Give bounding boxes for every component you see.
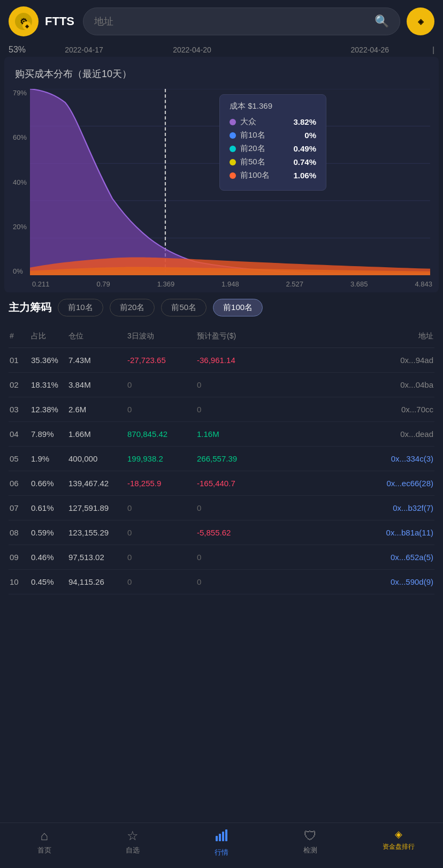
tooltip-row-2: 前10名 0% (230, 130, 316, 140)
app-logo[interactable]: ⚙ ◈ (9, 6, 39, 36)
top-percent-label: 53% (9, 45, 26, 55)
table-row[interactable]: 10 0.45% 94,115.26 0 0 0x...590d(9) (9, 570, 434, 594)
tooltip-row-1: 大众 3.82% (230, 117, 316, 127)
row-01-pos: 7.43M (67, 356, 126, 365)
table-row[interactable]: 02 18.31% 3.84M 0 0 0x...04ba (9, 373, 434, 397)
table-row[interactable]: 07 0.61% 127,591.89 0 0 0x...b32f(7) (9, 496, 434, 520)
nav-detect[interactable]: 🛡 检测 (289, 828, 332, 857)
nav-watchlist-label: 自选 (126, 846, 140, 855)
row-01-addr[interactable]: 0x...94ad (265, 356, 434, 365)
row-08-addr[interactable]: 0x...b81a(11) (265, 528, 434, 537)
search-bar[interactable]: 🔍 (83, 7, 400, 35)
row-06-addr[interactable]: 0x...ec66(28) (265, 479, 434, 488)
date-2: 2022-04-20 (173, 46, 211, 54)
tooltip-dot-2 (230, 132, 236, 139)
row-10-addr[interactable]: 0x...590d(9) (265, 577, 434, 586)
row-02-addr[interactable]: 0x...04ba (265, 380, 434, 389)
tooltip-label-1: 大众 (240, 117, 280, 127)
tooltip-dot-4 (230, 159, 236, 165)
y-label-20: 20% (13, 223, 27, 231)
row-01-pnl: -36,961.14 (196, 356, 265, 365)
main-force-section: 主力筹码 前10名 前20名 前50名 前100名 # 占比 仓位 3日波动 预… (0, 292, 443, 601)
th-wave: 3日波动 (126, 329, 196, 343)
tooltip-value-3: 0.49% (284, 144, 316, 153)
row-09-addr[interactable]: 0x...652a(5) (265, 553, 434, 562)
row-09-pnl: 0 (196, 553, 265, 562)
svg-rect-13 (216, 836, 218, 841)
filter-btn-20[interactable]: 前20名 (110, 299, 155, 316)
row-08-pos: 123,155.29 (67, 528, 126, 537)
row-10-ratio: 0.45% (30, 577, 67, 586)
app-header: ⚙ ◈ FTTS 🔍 ◈ (0, 0, 443, 43)
svg-text:◈: ◈ (25, 24, 29, 29)
shield-icon: 🛡 (304, 828, 317, 843)
row-05-pnl: 266,557.39 (196, 454, 265, 463)
chart-date-row: 53% 2022-04-17 2022-04-20 2022-04-26 | (0, 43, 443, 57)
nav-market[interactable]: 行情 (200, 828, 243, 857)
row-09-num: 09 (9, 553, 30, 562)
filter-btn-10[interactable]: 前10名 (58, 299, 103, 316)
nav-fund-rank[interactable]: ◈ 资金盘排行 (377, 828, 420, 857)
table-row[interactable]: 03 12.38% 2.6M 0 0 0x...70cc (9, 397, 434, 422)
row-08-pnl: -5,855.62 (196, 528, 265, 537)
row-05-num: 05 (9, 454, 30, 463)
row-06-wave: -18,255.9 (126, 479, 196, 488)
table-row[interactable]: 01 35.36% 7.43M -27,723.65 -36,961.14 0x… (9, 348, 434, 373)
x-axis-labels: 0.211 0.79 1.369 1.948 2.527 3.685 4.843 (30, 280, 434, 288)
svg-text:◈: ◈ (417, 17, 424, 26)
table-row[interactable]: 04 7.89% 1.66M 870,845.42 1.16M 0x...dea… (9, 422, 434, 447)
row-09-pos: 97,513.02 (67, 553, 126, 562)
row-10-wave: 0 (126, 577, 196, 586)
row-03-addr[interactable]: 0x...70cc (265, 405, 434, 414)
row-02-ratio: 18.31% (30, 380, 67, 389)
filter-btn-100[interactable]: 前100名 (213, 299, 263, 316)
x-label-1: 0.79 (96, 280, 110, 288)
fund-icon: ◈ (395, 828, 402, 840)
tooltip-dot-3 (230, 146, 236, 152)
chart-svg: 成本 $1.369 大众 3.82% 前10名 0% 前20名 0. (30, 89, 430, 275)
row-05-pos: 400,000 (67, 454, 126, 463)
tooltip-value-4: 0.74% (284, 157, 316, 167)
date-1: 2022-04-17 (65, 46, 103, 54)
row-08-wave: 0 (126, 528, 196, 537)
row-07-pos: 127,591.89 (67, 503, 126, 512)
tooltip-label-4: 前50名 (240, 157, 280, 167)
tooltip-row-5: 前100名 1.06% (230, 170, 316, 180)
row-03-pnl: 0 (196, 405, 265, 414)
table-row[interactable]: 06 0.66% 139,467.42 -18,255.9 -165,440.7… (9, 471, 434, 496)
th-pos: 仓位 (67, 329, 126, 343)
chart-more-icon: | (432, 46, 434, 54)
th-addr: 地址 (265, 329, 434, 343)
table-row[interactable]: 09 0.46% 97,513.02 0 0 0x...652a(5) (9, 545, 434, 570)
nav-market-label: 行情 (215, 848, 228, 857)
tooltip-label-5: 前100名 (240, 170, 280, 180)
nav-watchlist[interactable]: ☆ 自选 (111, 828, 154, 857)
chart-area: 79% 60% 40% 20% 0% (9, 85, 434, 288)
row-01-ratio: 35.36% (30, 356, 67, 365)
tooltip-dot-1 (230, 119, 236, 125)
search-icon[interactable]: 🔍 (375, 14, 389, 28)
row-06-num: 06 (9, 479, 30, 488)
bottom-nav: ⌂ 首页 ☆ 自选 行情 🛡 检测 ◈ 资金盘排行 (0, 822, 443, 868)
data-table: # 占比 仓位 3日波动 预计盈亏($) 地址 01 35.36% 7.43M … (9, 325, 434, 594)
table-row[interactable]: 05 1.9% 400,000 199,938.2 266,557.39 0x.… (9, 447, 434, 471)
search-input[interactable] (94, 16, 370, 27)
row-07-addr[interactable]: 0x...b32f(7) (265, 503, 434, 512)
th-num: # (9, 329, 30, 343)
y-axis-labels: 79% 60% 40% 20% 0% (13, 85, 27, 288)
tooltip-value-1: 3.82% (284, 117, 316, 126)
binance-icon[interactable]: ◈ (407, 7, 434, 35)
nav-fund-label: 资金盘排行 (383, 842, 415, 851)
row-09-ratio: 0.46% (30, 553, 67, 562)
y-label-79: 79% (13, 89, 27, 97)
row-03-wave: 0 (126, 405, 196, 414)
filter-btn-50[interactable]: 前50名 (161, 299, 207, 316)
app-name-label: FTTS (45, 14, 74, 28)
row-04-addr[interactable]: 0x...dead (265, 429, 434, 439)
row-08-num: 08 (9, 528, 30, 537)
nav-detect-label: 检测 (303, 846, 317, 855)
table-row[interactable]: 08 0.59% 123,155.29 0 -5,855.62 0x...b81… (9, 520, 434, 545)
date-4: 2022-04-26 (351, 46, 389, 54)
nav-home[interactable]: ⌂ 首页 (23, 828, 66, 857)
row-05-addr[interactable]: 0x...334c(3) (265, 454, 434, 463)
